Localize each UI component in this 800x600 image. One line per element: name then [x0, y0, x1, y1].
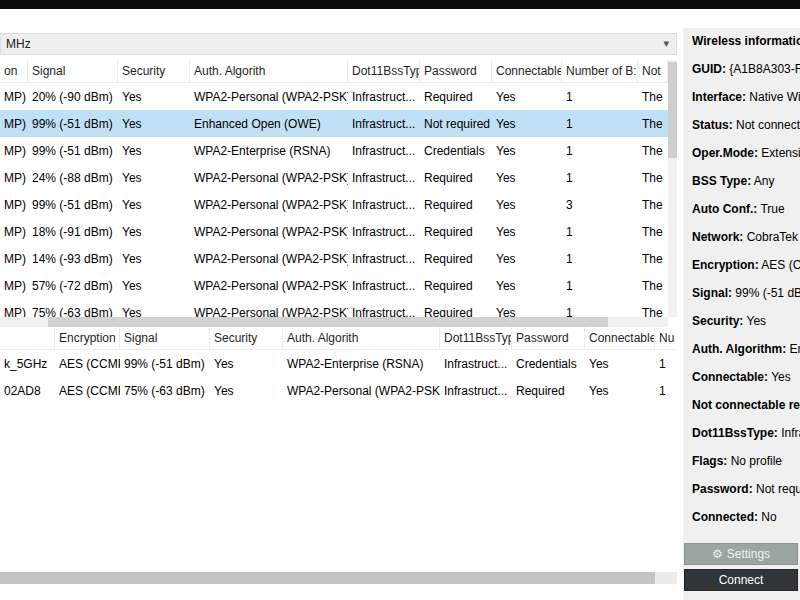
column-header[interactable]: Security	[210, 327, 283, 349]
column-header[interactable]: on	[0, 60, 28, 82]
table-cell: Yes	[118, 144, 190, 158]
column-header[interactable]: Connectable	[585, 327, 655, 349]
table-row[interactable]: MP)99% (-51 dBm)YesWPA2-Enterprise (RSNA…	[0, 137, 668, 164]
table-cell: The	[638, 198, 668, 212]
table-cell: 57% (-72 dBm)	[28, 279, 118, 293]
info-field: Signal: 99% (-51 dBm	[692, 286, 800, 303]
table-cell: MP)	[0, 90, 28, 104]
column-header[interactable]: Password	[420, 60, 492, 82]
table-cell: Yes	[492, 117, 562, 131]
table-row[interactable]: MP)99% (-51 dBm)YesWPA2-Personal (WPA2-P…	[0, 191, 668, 218]
column-header[interactable]: Auth. Algorith	[283, 327, 440, 349]
table-cell: 1	[562, 117, 638, 131]
table-row[interactable]: MP)24% (-88 dBm)YesWPA2-Personal (WPA2-P…	[0, 164, 668, 191]
info-field: Auto Conf.: True	[692, 202, 800, 219]
networks-vertical-scrollbar[interactable]	[668, 60, 677, 317]
bottom-horizontal-scrollbar[interactable]	[0, 572, 677, 584]
table-row[interactable]: MP)20% (-90 dBm)YesWPA2-Personal (WPA2-P…	[0, 83, 668, 110]
scrollbar-thumb[interactable]	[48, 317, 608, 327]
table-cell: 14% (-93 dBm)	[28, 252, 118, 266]
table-cell: 99% (-51 dBm)	[28, 144, 118, 158]
table-cell: Enhanced Open (OWE)	[190, 117, 348, 131]
info-field: Auth. Algorithm: Enh	[692, 342, 800, 359]
table-cell: Infrastruct...	[348, 144, 420, 158]
table-cell: WPA2-Personal (WPA2-PSK)	[190, 90, 348, 104]
table-cell: Not required	[420, 117, 492, 131]
table-cell: MP)	[0, 225, 28, 239]
settings-button[interactable]: ⚙ Settings	[684, 543, 798, 565]
table-cell: Yes	[118, 90, 190, 104]
table-cell: WPA2-Personal (WPA2-PSK)	[190, 306, 348, 318]
table-row[interactable]: MP)14% (-93 dBm)YesWPA2-Personal (WPA2-P…	[0, 245, 668, 272]
table-cell: Required	[420, 252, 492, 266]
table-row[interactable]: MP)75% (-63 dBm)YesWPA2-Personal (WPA2-P…	[0, 299, 668, 317]
table-cell: Infrastruct...	[348, 198, 420, 212]
info-field: BSS Type: Any	[692, 174, 800, 191]
table-cell: k_5GHz	[0, 357, 55, 371]
table-cell: Required	[512, 384, 585, 398]
column-header[interactable]: Dot11BssTyp:	[440, 327, 512, 349]
table-cell: WPA2-Enterprise (RSNA)	[283, 357, 440, 371]
table-cell: Required	[420, 225, 492, 239]
window-title-bar	[0, 0, 800, 9]
table-row[interactable]: MP)57% (-72 dBm)YesWPA2-Personal (WPA2-P…	[0, 272, 668, 299]
networks-horizontal-scrollbar[interactable]	[0, 317, 668, 327]
table-cell: AES (CCMP)	[55, 357, 120, 371]
scrollbar-thumb[interactable]	[0, 572, 655, 584]
table-cell: WPA2-Personal (WPA2-PSK)	[190, 252, 348, 266]
table-cell: MP)	[0, 252, 28, 266]
info-field: Flags: No profile	[692, 454, 800, 471]
table-cell: Infrastruct...	[348, 279, 420, 293]
column-header[interactable]: Dot11BssTyp:	[348, 60, 420, 82]
table-cell: 1	[562, 90, 638, 104]
column-header[interactable]: Auth. Algorith	[190, 60, 348, 82]
table-cell: MP)	[0, 171, 28, 185]
info-field: Status: Not connected	[692, 118, 800, 135]
table-cell: MP)	[0, 306, 28, 318]
column-header[interactable]: Connectable	[492, 60, 562, 82]
column-header[interactable]: Signal	[28, 60, 118, 82]
table-row[interactable]: k_5GHzAES (CCMP)99% (-51 dBm)YesWPA2-Ent…	[0, 350, 677, 377]
table-cell: The	[638, 90, 668, 104]
channel-filter-label: MHz	[6, 37, 31, 51]
table-cell: The	[638, 306, 668, 318]
table-cell: Yes	[492, 171, 562, 185]
table-cell: Yes	[118, 225, 190, 239]
table-cell: Yes	[492, 144, 562, 158]
table-cell: Required	[420, 90, 492, 104]
table-cell: Credentials	[512, 357, 585, 371]
table-row[interactable]: 02AD8AES (CCMP)75% (-63 dBm)YesWPA2-Pers…	[0, 377, 677, 404]
column-header[interactable]: Not	[638, 60, 668, 82]
connect-button[interactable]: Connect	[684, 569, 798, 591]
column-header[interactable]	[0, 327, 55, 349]
table-cell: Yes	[118, 306, 190, 318]
table-cell: Required	[420, 171, 492, 185]
info-field: Dot11BssType: Infrast	[692, 426, 800, 443]
table-cell: Yes	[210, 384, 283, 398]
table-cell: Yes	[585, 357, 655, 371]
table-cell: Credentials	[420, 144, 492, 158]
table-cell: 75% (-63 dBm)	[120, 384, 210, 398]
table-cell: Required	[420, 198, 492, 212]
table-cell: The	[638, 117, 668, 131]
table-row[interactable]: MP)99% (-51 dBm)YesEnhanced Open (OWE)In…	[0, 110, 668, 137]
info-field: GUID: {A1B8A303-F25	[692, 62, 800, 79]
column-header[interactable]: Encryption	[55, 327, 120, 349]
table-cell: Yes	[492, 306, 562, 318]
column-header[interactable]: Number of B:	[562, 60, 638, 82]
wireless-information-panel: Wireless information GUID: {A1B8A303-F25…	[683, 28, 800, 600]
scrollbar-thumb[interactable]	[668, 62, 677, 158]
table-cell: WPA2-Personal (WPA2-PSK)	[190, 171, 348, 185]
table-cell: 75% (-63 dBm)	[28, 306, 118, 318]
table-cell: Yes	[492, 279, 562, 293]
column-header[interactable]: Nu	[655, 327, 677, 349]
table-cell: Infrastruct...	[348, 171, 420, 185]
column-header[interactable]: Password	[512, 327, 585, 349]
column-header[interactable]: Security	[118, 60, 190, 82]
column-header[interactable]: Signal	[120, 327, 210, 349]
channel-filter-dropdown[interactable]: MHz ▾	[0, 33, 677, 55]
table-cell: 02AD8	[0, 384, 55, 398]
table-cell: 1	[562, 252, 638, 266]
table-cell: 1	[562, 306, 638, 318]
table-row[interactable]: MP)18% (-91 dBm)YesWPA2-Personal (WPA2-P…	[0, 218, 668, 245]
